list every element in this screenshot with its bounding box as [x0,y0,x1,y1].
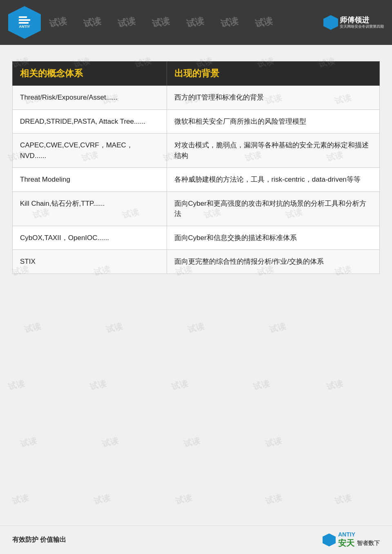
header-logo: ANTIY [8,6,41,39]
table-row: Threat/Risk/Exposure/Asset......西方的IT管理和… [13,86,380,110]
footer-brand: 安天 [338,538,354,549]
table-header-col1: 相关的概念体系 [13,62,167,86]
logo-text: ANTIY [19,24,30,29]
table-cell-right: 西方的IT管理和标准化的背景 [167,86,379,110]
table-cell-left: STIX [13,250,167,274]
watermark-7: 试读 [254,15,274,30]
footer-brand-text: ANTIY 安天 智者数下 [338,531,380,549]
footer-logo: ANTIY 安天 智者数下 [323,531,380,549]
watermark-3: 试读 [117,15,137,30]
watermark-6: 试读 [220,15,240,30]
footer-slogan: 有效防护 价值输出 [12,536,66,544]
table-cell-left: CybOX,TAXII，OpenIOC...... [13,226,167,250]
footer-antiy-label: ANTIY [338,531,355,538]
main-content: 相关的概念体系 出现的背景 Threat/Risk/Exposure/Asset… [0,45,392,282]
table-cell-right: 面向更完整的综合性的情报分析/作业/交换的体系 [167,250,379,274]
footer-hex-icon [323,534,336,547]
table-row: CybOX,TAXII，OpenIOC......面向Cyber和信息交换的描述… [13,226,380,250]
table-cell-left: DREAD,STRIDE,PASTA, Attack Tree...... [13,109,167,133]
table-cell-right: 面向Cyber和信息交换的描述和标准体系 [167,226,379,250]
table-cell-left: CAPEC,CWE,CVE,CVRF，MAEC，NVD...... [13,133,167,168]
table-cell-left: Threat Modeling [13,168,167,192]
footer: 有效防护 价值输出 ANTIY 安天 智者数下 [0,525,392,554]
table-cell-right: 各种威胁建模的方法论，工具，risk-centric，data-driven等等 [167,168,379,192]
table-row: Threat Modeling各种威胁建模的方法论，工具，risk-centri… [13,168,380,192]
header: ANTIY 试读 试读 试读 试读 试读 试读 试读 师傅领进 安天网络安全冬训… [0,0,392,45]
table-cell-left: Threat/Risk/Exposure/Asset...... [13,86,167,110]
table-row: CAPEC,CWE,CVE,CVRF，MAEC，NVD......对攻击模式，脆… [13,133,380,168]
table-header-col2: 出现的背景 [167,62,379,86]
watermark-5: 试读 [185,15,205,30]
watermark-1: 试读 [48,15,68,30]
main-table: 相关的概念体系 出现的背景 Threat/Risk/Exposure/Asset… [12,61,380,274]
table-cell-right: 对攻击模式，脆弱点，漏洞等各种基础的安全元素的标定和描述结构 [167,133,379,168]
table-row: Kill Chain,钻石分析,TTP......面向Cyber和更高强度的攻击… [13,191,380,226]
table-row: DREAD,STRIDE,PASTA, Attack Tree......微软和… [13,109,380,133]
watermark-4: 试读 [151,15,171,30]
brand-hex-icon [323,15,338,30]
brand-name: 师傅领进 安天网络安全冬训营第四期 [340,16,384,29]
header-brand: 师傅领进 安天网络安全冬训营第四期 [323,15,384,30]
table-cell-right: 面向Cyber和更高强度的攻击和对抗的场景的分析工具和分析方法 [167,191,379,226]
header-watermarks: 试读 试读 试读 试读 试读 试读 试读 [49,16,310,29]
table-row: STIX面向更完整的综合性的情报分析/作业/交换的体系 [13,250,380,274]
footer-tagline: 智者数下 [357,540,380,547]
watermark-2: 试读 [82,15,102,30]
table-cell-left: Kill Chain,钻石分析,TTP...... [13,191,167,226]
table-cell-right: 微软和相关安全厂商所推出的风险管理模型 [167,109,379,133]
